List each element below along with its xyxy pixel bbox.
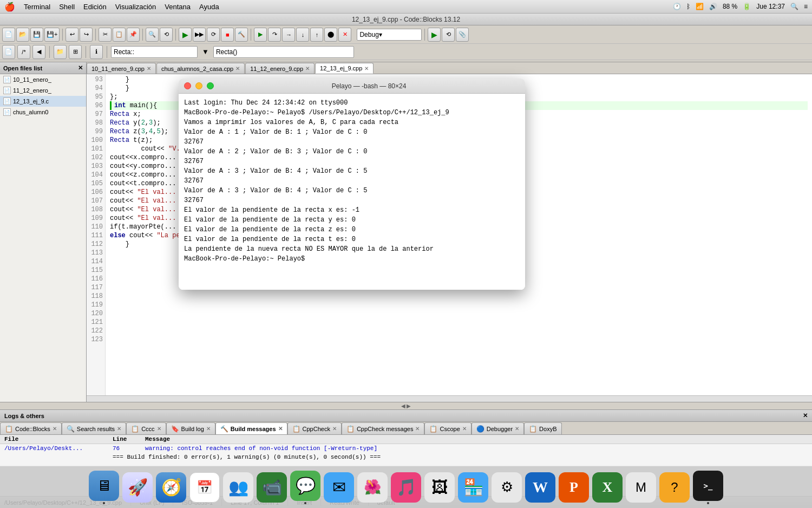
logs-tab-search[interactable]: 🔍 Search results ✕: [62, 422, 126, 434]
next-btn[interactable]: →: [282, 28, 295, 42]
debugger-tab-close[interactable]: ✕: [515, 426, 519, 432]
tb2-btn6[interactable]: ℹ: [90, 45, 103, 59]
terminal-menu[interactable]: Terminal: [24, 3, 50, 11]
paste-btn[interactable]: 📌: [127, 28, 140, 42]
stop-debug-btn[interactable]: ✕: [338, 28, 351, 42]
function-dropdown[interactable]: Recta(): [213, 46, 354, 58]
terminal-dock-icon[interactable]: >_: [693, 471, 723, 501]
sidebar-item-0[interactable]: 📄 10_11_enero_: [0, 74, 86, 85]
new-btn[interactable]: 📄: [2, 28, 15, 42]
dock-item-appstore[interactable]: 🏪: [458, 472, 488, 503]
code-horizontal-scrollbar[interactable]: [87, 395, 812, 402]
logs-tab-cppcheck-msg[interactable]: 📋 CppCheck messages ✕: [342, 422, 425, 434]
sidebar-item-3[interactable]: 📄 chus_alumn0: [0, 107, 86, 118]
dock-item-finder[interactable]: 🖥: [89, 471, 119, 504]
dock-item-safari[interactable]: 🧭: [156, 472, 186, 503]
stepout-btn[interactable]: ↑: [310, 28, 323, 42]
redo-btn[interactable]: ↪: [80, 28, 93, 42]
tab-3[interactable]: 12_13_ej_9.cpp ✕: [315, 63, 374, 74]
copy-btn[interactable]: 📋: [113, 28, 126, 42]
sidebar-close-btn[interactable]: ✕: [78, 64, 83, 71]
facetime-icon[interactable]: 📹: [257, 472, 287, 503]
unknown-icon[interactable]: ?: [659, 472, 690, 503]
finder-icon[interactable]: 🖥: [89, 471, 119, 501]
photos-icon[interactable]: 🌺: [357, 472, 388, 503]
dock-item-itunes[interactable]: 🎵: [391, 472, 421, 503]
logs-tab-cscope[interactable]: 📋 Cscope ✕: [424, 422, 471, 434]
dock-item-sysprefs[interactable]: ⚙: [492, 472, 522, 503]
tab-1[interactable]: chus_alumnos_2_casa.cpp ✕: [156, 63, 245, 74]
dock-item-matlab[interactable]: M: [626, 472, 656, 503]
close-btn[interactable]: [184, 82, 191, 89]
logs-tab-buildmsg[interactable]: 🔨 Build messages ✕: [215, 422, 287, 434]
tab-close-3[interactable]: ✕: [364, 66, 369, 71]
list-icon[interactable]: ≡: [804, 3, 808, 10]
tb2-btn1[interactable]: 📄: [2, 45, 15, 59]
excel-icon[interactable]: X: [592, 472, 623, 503]
save-all-btn[interactable]: 💾+: [44, 28, 60, 42]
itunes-icon[interactable]: 🎵: [391, 472, 421, 503]
messages-icon[interactable]: 💬: [290, 471, 320, 501]
dock-item-powerpoint[interactable]: P: [559, 472, 589, 503]
visualizacion-menu[interactable]: Visualización: [115, 3, 156, 11]
minimize-btn[interactable]: [195, 82, 202, 89]
sidebar-item-2[interactable]: 📄 12_13_ej_9.c: [0, 96, 86, 107]
preview-icon[interactable]: 🖼: [424, 472, 455, 503]
shell-menu[interactable]: Shell: [59, 3, 75, 11]
buildlog-tab-close[interactable]: ✕: [206, 426, 211, 432]
logs-close-btn[interactable]: ✕: [803, 412, 808, 419]
tab-close-2[interactable]: ✕: [305, 66, 310, 71]
mail-icon[interactable]: ✉: [324, 472, 354, 503]
debug-btn[interactable]: ▶: [254, 28, 267, 42]
rebuild-btn[interactable]: ⟳: [207, 28, 220, 42]
logs-tab-codeblocks[interactable]: 📋 Code::Blocks ✕: [0, 422, 62, 434]
stop-btn[interactable]: ■: [221, 28, 234, 42]
scope-dropdown[interactable]: Recta::: [111, 46, 198, 58]
appstore-icon[interactable]: 🏪: [458, 472, 488, 503]
tb2-btn5[interactable]: ⊞: [69, 45, 82, 59]
buildmsg-tab-close[interactable]: ✕: [278, 426, 283, 432]
bookmark-btn[interactable]: 📎: [456, 28, 469, 42]
dock-item-calendar[interactable]: 📅: [189, 472, 220, 503]
edicion-menu[interactable]: Edición: [83, 3, 107, 11]
contacts-icon[interactable]: 👥: [223, 472, 253, 503]
tb2-btn4[interactable]: 📁: [54, 45, 67, 59]
matlab-icon[interactable]: M: [626, 472, 656, 503]
logs-tab-doxyb[interactable]: 📋 DoxyB: [524, 422, 561, 434]
build-btn[interactable]: 🔨: [235, 28, 248, 42]
ventana-menu[interactable]: Ventana: [165, 3, 191, 11]
continue-btn[interactable]: ↷: [268, 28, 281, 42]
build-run-btn[interactable]: ▶▶: [193, 28, 206, 42]
build2-btn[interactable]: ▶: [428, 28, 441, 42]
dock-item-photos[interactable]: 🌺: [357, 472, 388, 503]
dock-item-mail[interactable]: ✉: [324, 472, 354, 503]
codeblocks-tab-close[interactable]: ✕: [53, 426, 57, 432]
dock-item-terminal[interactable]: >_: [693, 471, 723, 504]
rebuild2-btn[interactable]: ⟲: [442, 28, 455, 42]
search-btn[interactable]: 🔍: [146, 28, 159, 42]
safari-icon[interactable]: 🧭: [156, 472, 186, 503]
dock-item-preview[interactable]: 🖼: [424, 472, 455, 503]
breakpoint-btn[interactable]: ⬤: [324, 28, 337, 42]
sidebar-item-1[interactable]: 📄 11_12_enero_: [0, 85, 86, 96]
dock-item-messages[interactable]: 💬: [290, 471, 320, 504]
dock-item-excel[interactable]: X: [592, 472, 623, 503]
logs-tab-buildlog[interactable]: 🔖 Build log ✕: [166, 422, 215, 434]
step-btn[interactable]: ↓: [296, 28, 309, 42]
tab-2[interactable]: 11_12_enero_9.cpp ✕: [245, 63, 315, 74]
word-icon[interactable]: W: [525, 472, 555, 503]
sysprefs-icon[interactable]: ⚙: [492, 472, 522, 503]
cppcheck-tab-close[interactable]: ✕: [332, 426, 337, 432]
tb2-btn3[interactable]: ◀: [32, 45, 45, 59]
cut-btn[interactable]: ✂: [99, 28, 112, 42]
logs-tab-cppcheck[interactable]: 📋 CppCheck ✕: [287, 422, 342, 434]
save-btn[interactable]: 💾: [30, 28, 43, 42]
cccc-tab-close[interactable]: ✕: [157, 426, 161, 432]
apple-menu[interactable]: 🍎: [4, 2, 15, 12]
replace-btn[interactable]: ⟲: [160, 28, 173, 42]
dock-item-contacts[interactable]: 👥: [223, 472, 253, 503]
open-btn[interactable]: 📂: [16, 28, 29, 42]
run-btn[interactable]: ▶: [179, 28, 192, 42]
logs-tab-debugger[interactable]: 🔵 Debugger ✕: [472, 422, 524, 434]
calendar-icon[interactable]: 📅: [189, 472, 220, 503]
